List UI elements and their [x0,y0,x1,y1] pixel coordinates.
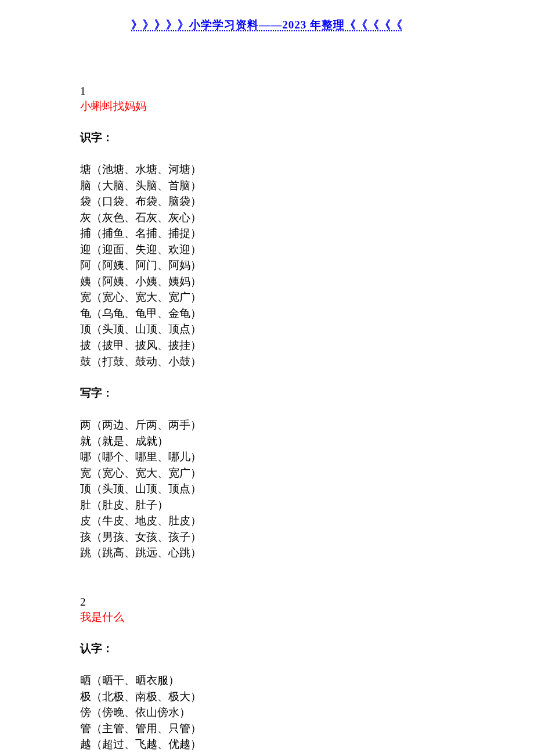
entry-line: 袋（口袋、布袋、脑袋） [80,193,454,210]
entry-line: 宽（宽心、宽大、宽广） [80,289,454,305]
entry-line: 跳（跳高、跳远、心跳） [80,545,454,561]
entry-line: 越（超过、飞越、优越） [80,736,454,753]
entry-line: 顶（头顶、山顶、顶点） [80,481,454,497]
lesson-number: 1 [80,85,454,98]
entry-line: 管（主管、管用、只管） [80,721,454,737]
section-label-shizi: 识字： [80,130,454,145]
spacer [80,577,454,596]
entry-line: 肚（肚皮、肚子） [80,497,454,513]
entry-line: 就（就是、成就） [80,433,454,449]
entry-line: 鼓（打鼓、鼓动、小鼓） [80,354,454,370]
entry-line: 阿（阿姨、阿门、阿妈） [80,257,454,273]
entry-line: 哪（哪个、哪里、哪儿） [80,449,454,465]
entry-line: 傍（傍晚、依山傍水） [80,704,454,721]
lesson-block-1: 1 小蝌蚪找妈妈 识字： 塘（池塘、水塘、河塘） 脑（大脑、头脑、首脑） 袋（口… [80,85,454,561]
lesson-title: 我是什么 [80,610,454,625]
entry-line: 两（两边、斤两、两手） [80,417,454,433]
entry-line: 孩（男孩、女孩、孩子） [80,529,454,545]
entry-line: 姨（阿姨、小姨、姨妈） [80,273,454,290]
entry-line: 捕（捕鱼、名捕、捕捉） [80,225,454,242]
entry-line: 宽（宽心、宽大、宽广） [80,465,454,481]
entry-line: 极（北极、南极、极大） [80,689,454,705]
lesson-block-2: 2 我是什么 认字： 晒（晒干、晒衣服） 极（北极、南极、极大） 傍（傍晚、依山… [80,596,454,753]
page-header: 》》》》》小学学习资料——2023 年整理《《《《《 [80,17,454,33]
entry-line: 晒（晒干、晒衣服） [80,672,454,689]
entry-line: 灰（灰色、石灰、灰心） [80,210,454,226]
document-page: 》》》》》小学学习资料——2023 年整理《《《《《 1 小蝌蚪找妈妈 识字： … [0,0,534,756]
entry-line: 顶（头顶、山顶、顶点） [80,321,454,337]
entry-line: 脑（大脑、头脑、首脑） [80,178,454,194]
entry-list-xiezi: 两（两边、斤两、两手） 就（就是、成就） 哪（哪个、哪里、哪儿） 宽（宽心、宽大… [80,417,454,561]
section-label-renzi: 认字： [80,641,454,656]
entry-line: 皮（牛皮、地皮、肚皮） [80,513,454,529]
entry-list-shizi: 塘（池塘、水塘、河塘） 脑（大脑、头脑、首脑） 袋（口袋、布袋、脑袋） 灰（灰色… [80,161,454,369]
entry-list-renzi: 晒（晒干、晒衣服） 极（北极、南极、极大） 傍（傍晚、依山傍水） 管（主管、管用… [80,672,454,753]
lesson-number: 2 [80,596,454,609]
lesson-title: 小蝌蚪找妈妈 [80,99,454,114]
entry-line: 塘（池塘、水塘、河塘） [80,161,454,178]
entry-line: 披（披甲、披风、披挂） [80,337,454,354]
entry-line: 龟（乌龟、龟甲、金龟） [80,305,454,322]
section-label-xiezi: 写字： [80,386,454,401]
entry-line: 迎（迎面、失迎、欢迎） [80,242,454,258]
